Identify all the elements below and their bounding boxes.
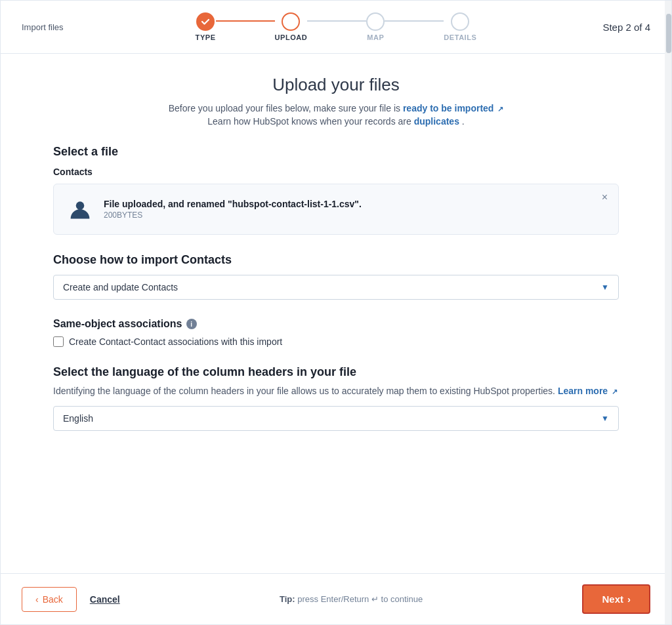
tip-area: Tip: press Enter/Return ↵ to continue bbox=[120, 594, 583, 604]
scrollbar-track bbox=[665, 1, 671, 624]
external-link-icon: ↗ bbox=[497, 105, 503, 113]
association-checkbox-row: Create Contact-Contact associations with… bbox=[53, 336, 619, 347]
back-button[interactable]: ‹ Back bbox=[22, 587, 77, 612]
connector-1 bbox=[216, 20, 275, 22]
language-dropdown[interactable]: English ▼ bbox=[53, 406, 619, 431]
association-checkbox-label[interactable]: Create Contact-Contact associations with… bbox=[69, 336, 282, 347]
connector-2 bbox=[307, 20, 366, 22]
next-arrow-icon: › bbox=[627, 594, 631, 605]
step-type-label: TYPE bbox=[196, 33, 216, 41]
info-icon[interactable]: i bbox=[186, 319, 197, 329]
stepper: TYPE UPLOAD MAP DETAILS bbox=[81, 12, 591, 41]
same-object-section: Same-object associations i bbox=[53, 318, 619, 330]
duplicates-link[interactable]: duplicates bbox=[414, 116, 462, 127]
language-value: English bbox=[63, 413, 93, 424]
file-upload-box: File uploaded, and renamed "hubspot-cont… bbox=[53, 184, 619, 235]
import-method-value: Create and update Contacts bbox=[63, 282, 178, 292]
step-map-label: MAP bbox=[367, 33, 384, 41]
language-section: Select the language of the column header… bbox=[53, 365, 619, 431]
svg-point-0 bbox=[76, 201, 85, 210]
step-type: TYPE bbox=[196, 12, 216, 41]
page-wrapper: Import files TYPE UPLOAD bbox=[0, 0, 672, 625]
language-description: Identifying the language of the column h… bbox=[53, 384, 619, 398]
step-details-circle bbox=[451, 12, 469, 31]
cancel-button[interactable]: Cancel bbox=[90, 594, 120, 605]
dropdown-arrow-icon: ▼ bbox=[601, 283, 609, 292]
step-map: MAP bbox=[366, 12, 385, 41]
main-content: Upload your files Before you upload your… bbox=[1, 54, 671, 573]
close-icon: × bbox=[602, 192, 608, 203]
import-files-label: Import files bbox=[22, 22, 81, 32]
association-checkbox[interactable] bbox=[53, 336, 64, 347]
file-info: File uploaded, and renamed "hubspot-cont… bbox=[104, 199, 605, 220]
step-upload-circle bbox=[282, 12, 300, 31]
select-file-title: Select a file bbox=[53, 145, 619, 159]
language-section-title: Select the language of the column header… bbox=[53, 365, 619, 379]
step-type-circle bbox=[196, 12, 215, 31]
choose-import-title: Choose how to import Contacts bbox=[53, 253, 619, 267]
step-of-label: Step 2 of 4 bbox=[591, 22, 650, 33]
footer: ‹ Back Cancel Tip: press Enter/Return ↵ … bbox=[1, 573, 671, 624]
page-title: Upload your files bbox=[53, 75, 619, 95]
same-object-title: Same-object associations bbox=[53, 318, 182, 330]
contacts-label: Contacts bbox=[53, 167, 619, 177]
step-map-circle bbox=[366, 12, 385, 31]
file-size: 200BYTES bbox=[104, 211, 605, 220]
language-dropdown-arrow-icon: ▼ bbox=[601, 414, 609, 423]
import-method-dropdown[interactable]: Create and update Contacts ▼ bbox=[53, 275, 619, 300]
learn-more-link[interactable]: Learn more ↗ bbox=[558, 386, 618, 396]
subtitle-line-2: Learn how HubSpot knows when your record… bbox=[53, 116, 619, 127]
subtitle-line-1: Before you upload your files below, make… bbox=[53, 103, 619, 113]
next-button[interactable]: Next › bbox=[582, 584, 650, 614]
step-upload: UPLOAD bbox=[275, 12, 308, 41]
step-details-label: DETAILS bbox=[444, 33, 476, 41]
ready-to-import-link[interactable]: ready to be imported ↗ bbox=[403, 103, 503, 113]
step-details: DETAILS bbox=[444, 12, 476, 41]
learn-more-external-icon: ↗ bbox=[612, 388, 618, 395]
close-file-button[interactable]: × bbox=[599, 191, 610, 204]
connector-3 bbox=[385, 20, 444, 22]
step-upload-label: UPLOAD bbox=[275, 33, 308, 41]
person-icon bbox=[67, 196, 93, 222]
scrollbar-thumb[interactable] bbox=[666, 14, 671, 53]
header: Import files TYPE UPLOAD bbox=[1, 1, 671, 54]
file-name: File uploaded, and renamed "hubspot-cont… bbox=[104, 199, 605, 209]
back-arrow-icon: ‹ bbox=[35, 594, 39, 605]
